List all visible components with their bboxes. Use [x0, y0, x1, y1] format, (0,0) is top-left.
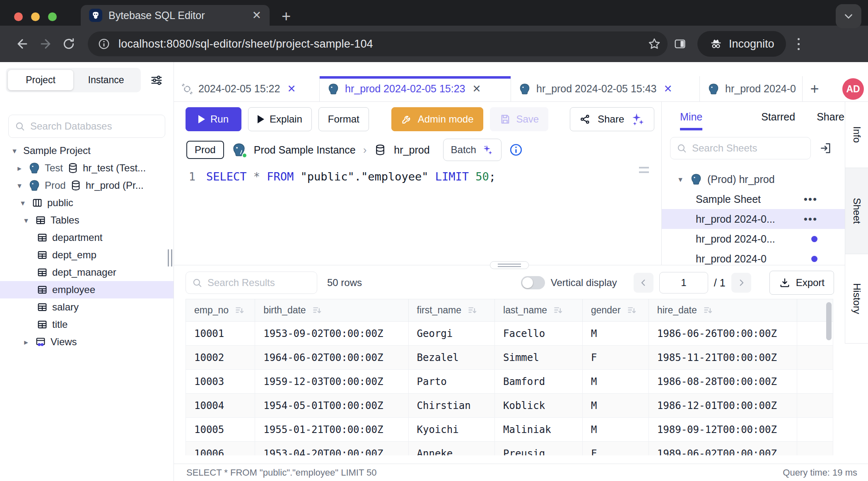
results-search-input[interactable] [207, 277, 311, 289]
sheet-item-hr-prod-2024-0-1[interactable]: hr_prod 2024-0...••• [662, 209, 845, 229]
filter-sliders-icon[interactable] [149, 73, 164, 87]
tree-item-sample-project[interactable]: ▾Sample Project [0, 142, 174, 159]
column-header-first-name[interactable]: first_name [408, 299, 494, 322]
close-window-button[interactable] [14, 12, 23, 21]
sheet-search-input[interactable] [692, 142, 805, 154]
tree-item-department[interactable]: department [0, 229, 174, 246]
table-scrollbar[interactable] [826, 302, 832, 340]
export-button[interactable]: Export [769, 271, 834, 295]
new-browser-tab-button[interactable]: + [282, 8, 291, 24]
sheet-item-sample-sheet-0[interactable]: Sample Sheet••• [662, 189, 845, 209]
site-info-icon[interactable] [98, 38, 110, 50]
sort-icon[interactable] [553, 305, 564, 316]
tab-project[interactable]: Project [8, 70, 73, 90]
admin-mode-button[interactable]: Admin mode [391, 107, 483, 131]
close-tab-icon[interactable]: ✕ [287, 83, 296, 95]
sheets-tab-starred[interactable]: Starred [761, 111, 795, 128]
side-tab-info[interactable]: Info [845, 102, 868, 168]
zoom-window-button[interactable] [48, 12, 57, 21]
sort-icon[interactable] [703, 305, 714, 316]
run-button[interactable]: Run [186, 107, 241, 131]
browser-tab[interactable]: Bytebase SQL Editor ✕ [81, 5, 270, 26]
tree-item-salary[interactable]: salary [0, 298, 174, 316]
editor-tab-hr-prod-2024-0[interactable]: hr_prod 2024-0 [700, 76, 803, 101]
browser-tab-close-icon[interactable]: ✕ [252, 10, 261, 21]
sort-icon[interactable] [234, 305, 245, 316]
tree-item-hr-prod-pr[interactable]: ▾Prodhr_prod (Pr... [0, 177, 174, 194]
table-cell: 1985-11-21T00:00:00Z [649, 346, 797, 370]
column-header-birth-date[interactable]: birth_date [255, 299, 408, 322]
new-sheet-tab-button[interactable]: + [803, 76, 827, 101]
tree-item-dept-emp[interactable]: dept_emp [0, 246, 174, 264]
share-icon [579, 113, 591, 125]
instance-name[interactable]: Prod Sample Instance [254, 144, 356, 156]
address-bar[interactable]: localhost:8080/sql-editor/sheet/project-… [88, 31, 668, 56]
column-header-gender[interactable]: gender [582, 299, 649, 322]
column-label: first_name [417, 305, 461, 316]
editor-scrollbar-marks[interactable] [639, 167, 649, 173]
share-button[interactable]: Share [570, 107, 654, 131]
vertical-display-toggle[interactable] [521, 276, 545, 289]
explain-button[interactable]: Explain [248, 107, 312, 131]
browser-menu-icon[interactable] [798, 38, 800, 50]
sheet-item-label: hr_prod 2024-0... [696, 213, 775, 225]
results-search[interactable] [186, 272, 317, 294]
import-sheet-icon[interactable] [819, 142, 832, 155]
sidebar-resize-handle[interactable] [168, 249, 172, 267]
tree-item-views[interactable]: ▸Views [0, 333, 174, 351]
database-search-input[interactable] [30, 120, 159, 132]
next-page-button[interactable] [731, 273, 751, 293]
sheet-menu-icon[interactable]: ••• [804, 193, 817, 206]
tree-item-dept-manager[interactable]: dept_manager [0, 264, 174, 281]
reload-button[interactable] [57, 37, 80, 51]
panel-resize-grip[interactable] [490, 261, 529, 269]
table-cell: M [582, 322, 649, 346]
side-tab-history[interactable]: History [845, 254, 868, 344]
save-button[interactable]: Save [490, 107, 549, 131]
close-tab-icon[interactable]: ✕ [664, 83, 673, 95]
info-icon[interactable] [509, 143, 523, 157]
database-icon [374, 144, 386, 156]
sort-icon[interactable] [627, 305, 637, 316]
tab-instance[interactable]: Instance [73, 70, 139, 90]
editor-tab-hr-prod-2024-02-05-15-43[interactable]: hr_prod 2024-02-05 15:43✕ [511, 76, 700, 101]
forward-button[interactable] [34, 37, 57, 51]
tab-search-button[interactable] [836, 4, 861, 28]
tree-item-employee[interactable]: employee [0, 281, 174, 298]
editor-tab-2024-02-05-15-22[interactable]: 2024-02-05 15:22✕ [174, 76, 320, 101]
prev-page-button[interactable] [634, 273, 653, 293]
back-button[interactable] [11, 37, 34, 51]
database-name[interactable]: hr_prod [394, 144, 429, 156]
sql-token-ident: "public"."employee" [301, 170, 435, 183]
table-cell: M [582, 394, 649, 418]
database-search[interactable] [8, 115, 165, 138]
side-panel-icon[interactable] [673, 37, 687, 51]
tree-item-public[interactable]: ▾public [0, 194, 174, 212]
batch-button[interactable]: Batch [443, 139, 502, 161]
tree-item-hr-test-test[interactable]: ▸Testhr_test (Test... [0, 159, 174, 177]
bookmark-star-icon[interactable] [648, 37, 661, 51]
column-header-emp-no[interactable]: emp_no [186, 299, 255, 322]
side-tab-sheet[interactable]: Sheet [845, 168, 868, 254]
table-cell-empty [797, 442, 833, 456]
sort-icon[interactable] [467, 305, 478, 316]
sheet-search[interactable] [670, 137, 811, 159]
user-avatar[interactable]: AD [842, 78, 864, 100]
format-button[interactable]: Format [318, 107, 369, 131]
close-tab-icon[interactable]: ✕ [473, 83, 481, 95]
sql-editor[interactable]: 1 SELECT * FROM "public"."employee" LIMI… [174, 161, 661, 183]
sheet-menu-icon[interactable]: ••• [804, 213, 817, 226]
tree-item-tables[interactable]: ▾Tables [0, 212, 174, 229]
minimize-window-button[interactable] [31, 12, 40, 21]
sheets-tab-shared-w[interactable]: Shared w [817, 111, 845, 128]
sheet-item-hr-prod-2024-0-3[interactable]: hr_prod 2024-0 [662, 249, 845, 265]
editor-tab-hr-prod-2024-02-05-15-23[interactable]: hr_prod 2024-02-05 15:23✕ [320, 76, 511, 101]
column-header-last-name[interactable]: last_name [495, 299, 583, 322]
sheet-group[interactable]: ▾ (Prod) hr_prod [662, 169, 845, 189]
sort-icon[interactable] [312, 305, 323, 316]
tree-item-title[interactable]: title [0, 316, 174, 333]
sheet-item-hr-prod-2024-0-2[interactable]: hr_prod 2024-0... [662, 229, 845, 249]
column-header-hire-date[interactable]: hire_date [649, 299, 797, 322]
page-number-input[interactable] [659, 272, 708, 293]
sheets-tab-mine[interactable]: Mine [680, 111, 702, 130]
